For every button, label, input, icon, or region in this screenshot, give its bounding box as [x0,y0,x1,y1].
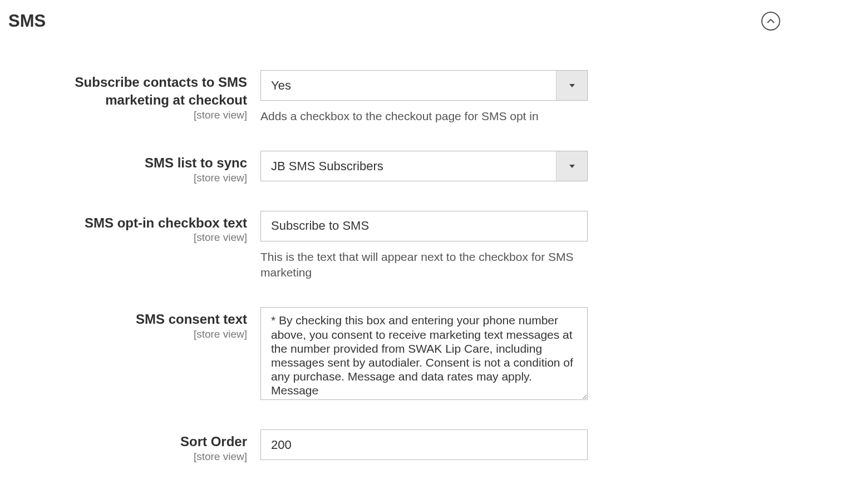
label-col: Subscribe contacts to SMS marketing at c… [8,70,260,121]
input-col: JB SMS Subscribers [260,151,588,181]
caret-down-icon [568,164,576,169]
field-sort-order: Sort Order [store view] [8,429,839,462]
sort-order-input[interactable] [260,429,588,460]
dropdown-arrow [556,71,587,100]
sms-section: SMS Subscribe contacts to SMS marketing … [0,0,847,504]
sort-order-label: Sort Order [8,433,247,451]
field-list: SMS list to sync [store view] JB SMS Sub… [8,151,839,184]
input-col [260,429,588,460]
consent-label: SMS consent text [8,310,247,328]
input-col: This is the text that will appear next t… [260,211,588,281]
section-title: SMS [8,11,46,31]
checkbox-text-input[interactable] [260,211,588,241]
label-col: SMS consent text [store view] [8,307,260,340]
subscribe-label: Subscribe contacts to SMS marketing at c… [8,73,247,110]
field-checkbox-text: SMS opt-in checkbox text [store view] Th… [8,211,839,281]
sort-order-scope: [store view] [8,451,247,463]
subscribe-value: Yes [261,78,556,93]
label-col: Sort Order [store view] [8,429,260,462]
consent-textarea[interactable] [260,307,588,400]
dropdown-arrow [556,151,587,181]
list-select[interactable]: JB SMS Subscribers [260,151,588,181]
list-value: JB SMS Subscribers [261,159,556,174]
checkbox-text-label: SMS opt-in checkbox text [8,214,247,232]
chevron-up-icon [767,18,775,24]
label-col: SMS list to sync [store view] [8,151,260,184]
consent-scope: [store view] [8,328,247,340]
list-scope: [store view] [8,172,247,184]
list-label: SMS list to sync [8,154,247,172]
subscribe-help: Adds a checkbox to the checkout page for… [260,108,588,124]
input-col: Yes Adds a checkbox to the checkout page… [260,70,588,124]
label-col: SMS opt-in checkbox text [store view] [8,211,260,244]
caret-down-icon [568,83,576,88]
subscribe-select[interactable]: Yes [260,70,588,101]
field-consent: SMS consent text [store view] [8,307,839,403]
subscribe-scope: [store view] [8,109,247,121]
checkbox-text-help: This is the text that will appear next t… [260,249,588,281]
input-col [260,307,588,403]
collapse-toggle[interactable] [761,12,780,31]
checkbox-text-scope: [store view] [8,231,247,244]
field-subscribe: Subscribe contacts to SMS marketing at c… [8,70,839,124]
section-header: SMS [8,11,839,31]
